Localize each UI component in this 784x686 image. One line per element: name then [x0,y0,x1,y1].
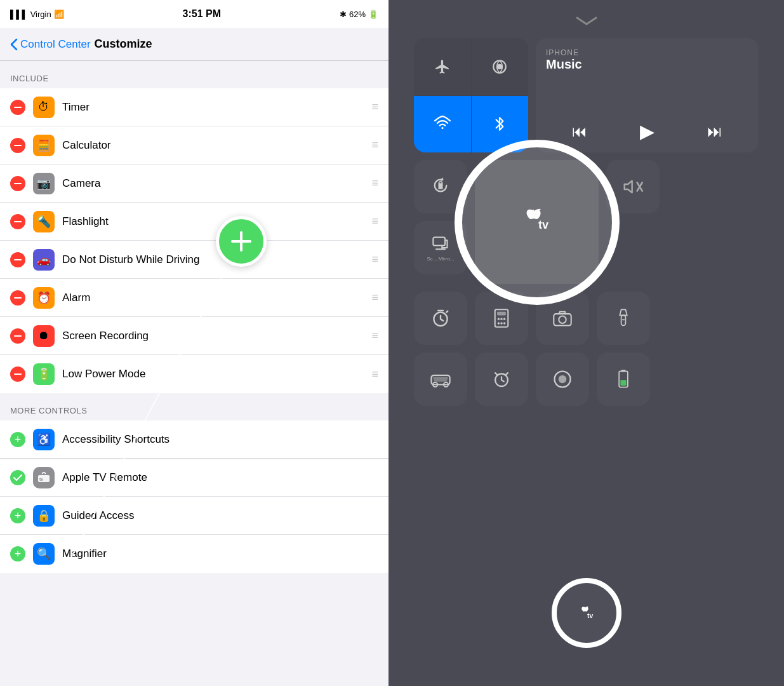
next-track-button[interactable]: ⏭ [707,123,722,140]
drag-handle[interactable]: ≡ [371,215,378,228]
appletv-small-content: tv [575,604,599,622]
status-bar-right: ✱ 62% 🔋 [340,10,378,19]
music-device-label: IPHONE [546,48,748,57]
svg-rect-7 [433,237,445,245]
apple-tv-remote-item: tv Apple TV Remote [0,459,389,497]
appletv-small-circle: tv [552,578,621,648]
svg-point-19 [503,322,505,324]
control-center-grid: IPHONE Music ⏮ ▶ ⏭ [414,38,759,406]
svg-rect-22 [621,315,626,325]
remove-flashlight-button[interactable] [10,214,25,229]
alarm-label: Alarm [62,292,366,304]
music-controls: ⏮ ▶ ⏭ [546,120,748,142]
back-button[interactable]: Control Center [10,38,91,51]
calculator-icon: 🧮 [33,135,55,156]
camera-label: Camera [62,177,366,190]
remove-alarm-button[interactable] [10,290,25,306]
list-item: ⏰ Alarm ≡ [0,279,389,317]
list-item: + 🔒 Guided Access [0,497,389,535]
svg-point-14 [498,318,500,319]
remove-screen-recording-button[interactable] [10,328,25,344]
back-label: Control Center [20,38,91,51]
svg-point-16 [503,318,505,319]
drag-handle[interactable]: ≡ [371,329,378,342]
list-item: 📷 Camera ≡ [0,165,389,203]
drag-handle[interactable]: ≡ [371,368,378,381]
remove-calculator-button[interactable] [10,138,25,153]
low-power-cc-button[interactable] [597,353,650,406]
screen-recording-cc-button[interactable] [536,353,589,406]
list-item: + ♿ Accessibility Shortcuts [0,420,389,459]
list-item: 🚗 Do Not Disturb While Driving ≡ [0,241,389,279]
remove-dnd-button[interactable] [10,252,25,267]
add-guided-access-button[interactable]: + [10,508,25,523]
signal-icon: ▌▌▌ [10,10,28,19]
include-section-header: INCLUDE [0,61,389,88]
svg-rect-6 [439,182,442,184]
carrier-label: Virgin [30,10,51,19]
list-item: + 🔍 Magnifier [0,535,389,573]
dnd-driving-cc-button[interactable] [414,353,467,406]
remove-timer-button[interactable] [10,100,25,115]
svg-point-17 [498,322,500,324]
appletv-highlight-circle [455,140,620,305]
drag-handle[interactable]: ≡ [371,253,378,266]
status-bar: ▌▌▌ Virgin 📶 3:51 PM ✱ 62% 🔋 [0,0,389,28]
remove-camera-button[interactable] [10,176,25,191]
guided-access-icon: 🔒 [33,505,55,527]
timer-cc-button[interactable] [414,292,467,345]
airplane-mode-button[interactable] [414,38,471,95]
drag-handle[interactable]: ≡ [371,100,378,114]
more-controls-list: + ♿ Accessibility Shortcuts tv Apple TV … [0,420,389,573]
guided-access-label: Guided Access [62,509,378,522]
list-item: ⏺ Screen Recording ≡ [0,317,389,355]
svg-point-18 [500,322,502,324]
wifi-button[interactable] [414,96,471,153]
left-panel: ▌▌▌ Virgin 📶 3:51 PM ✱ 62% 🔋 Control Cen… [0,0,389,686]
magnifier-label: Magnifier [62,548,378,560]
apple-tv-added-indicator [10,470,25,485]
prev-track-button[interactable]: ⏮ [572,123,587,140]
flashlight-icon: 🔦 [33,211,55,232]
appletv-icon: tv [33,467,55,488]
chevron-icon [574,11,599,32]
appletv-remote-label: Apple TV Remote [62,471,378,484]
page-title: Customize [95,37,152,51]
music-block: IPHONE Music ⏮ ▶ ⏭ [536,38,759,152]
cc-row-2: Sc... Mirro... tv [414,160,759,284]
dnd-driving-label: Do Not Disturb While Driving [62,253,366,266]
list-item: 🔋 Low Power Mode ≡ [0,355,389,393]
remove-low-power-button[interactable] [10,367,25,382]
svg-point-28 [559,375,567,384]
bluetooth-icon: ✱ [340,10,347,19]
appletv-container: tv [475,160,599,284]
drag-handle[interactable]: ≡ [371,291,378,304]
svg-text:tv: tv [39,477,43,481]
alarm-cc-button[interactable] [475,353,528,406]
connectivity-block [414,38,528,152]
floating-add-button[interactable] [216,216,267,267]
svg-rect-13 [497,312,506,316]
svg-text:tv: tv [587,612,592,619]
svg-point-5 [441,127,443,129]
svg-point-21 [559,316,566,323]
add-magnifier-button[interactable]: + [10,546,25,562]
mobile-data-button[interactable] [472,38,529,95]
screen-mirror-label: Sc... Mirro... [427,256,454,262]
add-accessibility-button[interactable]: + [10,432,25,447]
drag-handle[interactable]: ≡ [371,177,378,190]
magnifier-icon: 🔍 [33,543,55,565]
svg-point-4 [497,64,503,69]
battery-label: 62% [349,10,366,19]
timer-label: Timer [62,101,366,114]
music-title: Music [546,57,748,72]
drag-handle[interactable]: ≡ [371,138,378,152]
list-item: 🔦 Flashlight ≡ [0,203,389,241]
wifi-icon: 📶 [54,10,64,19]
play-pause-button[interactable]: ▶ [640,120,654,142]
alarm-icon: ⏰ [33,287,55,309]
time-display: 3:51 PM [183,8,221,20]
nav-bar: Control Center Customize [0,28,389,61]
flashlight-cc-button[interactable] [597,292,650,345]
cc-row-1: IPHONE Music ⏮ ▶ ⏭ [414,38,759,152]
